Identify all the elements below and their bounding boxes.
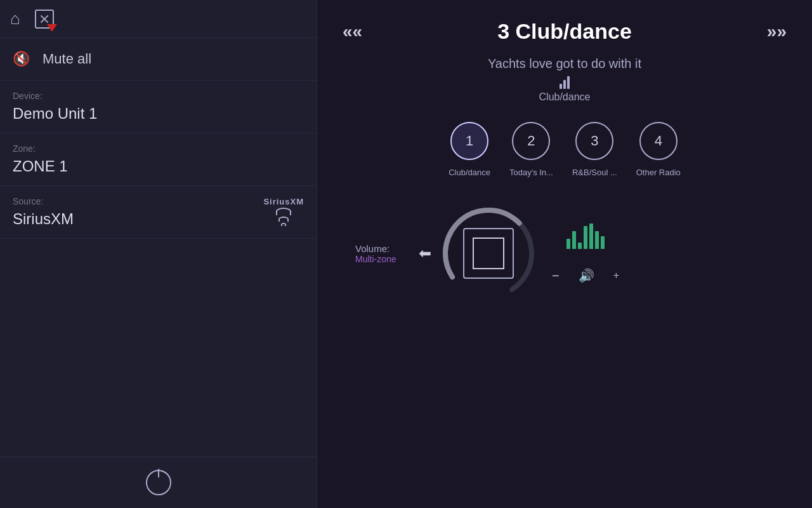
device-label: Device: [13, 91, 304, 101]
source-info: Source: SiriusXM [13, 196, 74, 228]
preset-label-3: R&B/Soul ... [572, 168, 617, 177]
song-title: Yachts love got to do with it [488, 57, 641, 71]
audio-back-button[interactable]: ⬅︎ [419, 244, 431, 262]
knob-inner-square [473, 237, 504, 269]
source-value: SiriusXM [13, 210, 74, 228]
device-row: Device: Demo Unit 1 [0, 81, 317, 133]
wave-small [281, 223, 286, 226]
preset-circle-4[interactable]: 4 [639, 122, 678, 160]
signal-bars [560, 76, 570, 89]
preset-1[interactable]: 1 Club/dance [449, 122, 490, 177]
presets: 1 Club/dance 2 Today's In... 3 R&B/Soul … [449, 122, 681, 177]
volume-plus[interactable]: + [613, 270, 619, 281]
preset-2[interactable]: 2 Today's In... [509, 122, 553, 177]
multizone-label: Multi-zone [355, 254, 406, 264]
preset-circle-2[interactable]: 2 [512, 122, 550, 160]
volume-knob[interactable] [438, 203, 539, 304]
signal-bar-3 [567, 76, 570, 89]
signal-bar-1 [560, 84, 562, 89]
preset-circle-1[interactable]: 1 [450, 122, 488, 160]
volume-controls: − 🔊 + [552, 224, 619, 283]
device-value: Demo Unit 1 [13, 105, 304, 123]
wave-medium [278, 217, 289, 222]
eq-bars [566, 224, 605, 249]
signal-bar-2 [563, 80, 566, 89]
next-channel-button[interactable]: »» [767, 22, 787, 42]
cancel-download-icon[interactable] [33, 8, 56, 30]
eq-bar-4 [584, 226, 587, 249]
volume-up-icon[interactable]: 🔊 [579, 268, 594, 283]
top-bar: ⌂ [0, 0, 317, 38]
genre-label: Club/dance [539, 91, 591, 103]
source-label: Source: [13, 196, 74, 206]
sirius-waves [276, 208, 291, 227]
sirius-text: SiriusXM [263, 197, 304, 206]
channel-nav: «« 3 Club/dance »» [330, 19, 799, 44]
mute-label: Mute all [43, 51, 91, 67]
volume-down-button[interactable]: − [552, 269, 560, 283]
eq-bar-3 [578, 243, 582, 249]
preset-label-2: Today's In... [509, 168, 553, 177]
eq-bar-6 [595, 231, 599, 249]
bottom-bar [0, 457, 317, 508]
volume-label: Volume: [355, 243, 406, 254]
preset-circle-3[interactable]: 3 [575, 122, 613, 160]
eq-bar-5 [589, 224, 593, 249]
left-panel: ⌂ 🔇 Mute all Device: Demo Unit 1 Zone: Z… [0, 0, 317, 508]
prev-channel-button[interactable]: «« [343, 22, 362, 42]
mute-section[interactable]: 🔇 Mute all [0, 38, 317, 81]
zone-value: ZONE 1 [13, 157, 304, 175]
source-row: Source: SiriusXM SiriusXM [0, 186, 317, 239]
eq-bar-2 [572, 231, 576, 249]
eq-bar-1 [566, 239, 570, 249]
zone-row: Zone: ZONE 1 [0, 133, 317, 186]
home-icon[interactable]: ⌂ [10, 9, 20, 29]
preset-3[interactable]: 3 R&B/Soul ... [572, 122, 617, 177]
preset-label-4: Other Radio [636, 168, 681, 177]
mute-icon: 🔇 [13, 51, 30, 67]
zone-label: Zone: [13, 144, 304, 154]
volume-section: Volume: Multi-zone ⬅︎ [330, 203, 799, 304]
right-panel: «« 3 Club/dance »» Yachts love got to do… [317, 0, 812, 508]
volume-label-group: Volume: Multi-zone [355, 243, 406, 264]
vol-btn-row: − 🔊 + [552, 268, 619, 283]
power-button[interactable] [146, 470, 171, 495]
preset-label-1: Club/dance [449, 168, 490, 177]
siriusxm-logo: SiriusXM [263, 197, 304, 227]
knob-center-button[interactable] [463, 228, 514, 279]
channel-title: 3 Club/dance [497, 19, 632, 44]
wave-large [276, 208, 291, 215]
info-section: Device: Demo Unit 1 Zone: ZONE 1 Source:… [0, 81, 317, 457]
eq-bar-7 [601, 236, 605, 249]
preset-4[interactable]: 4 Other Radio [636, 122, 681, 177]
